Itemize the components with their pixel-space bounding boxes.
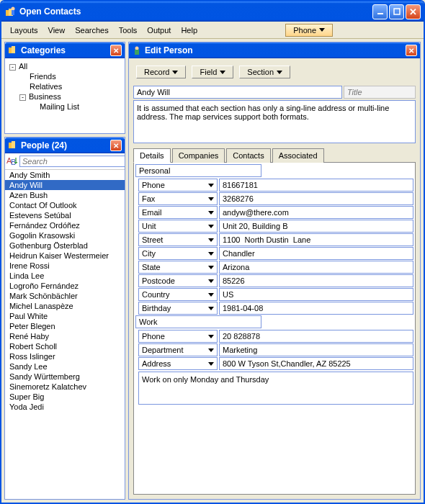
people-close-button[interactable]: ✕: [110, 140, 122, 151]
field-value[interactable]: [219, 302, 413, 315]
field-label[interactable]: Postcode: [138, 274, 218, 287]
field-label[interactable]: Street: [138, 233, 218, 246]
field-label[interactable]: Birthday: [138, 302, 218, 315]
chevron-down-icon[interactable]: [208, 335, 214, 338]
list-item[interactable]: Gothenburg Österblad: [5, 240, 125, 251]
field-label[interactable]: Department: [138, 343, 218, 356]
tree-node-mailing[interactable]: Mailing List: [9, 102, 120, 112]
field-value[interactable]: [219, 220, 413, 233]
tree-node-relatives[interactable]: Relatives: [9, 81, 120, 91]
collapse-icon[interactable]: -: [19, 94, 26, 101]
field-label[interactable]: Fax: [138, 192, 218, 205]
field-value[interactable]: [219, 343, 413, 356]
tree-node-business[interactable]: -Business: [9, 91, 120, 102]
chevron-down-icon[interactable]: [208, 279, 214, 283]
section-personal[interactable]: Personal: [135, 164, 261, 177]
list-item[interactable]: Linda Lee: [5, 271, 125, 281]
field-value[interactable]: [219, 357, 413, 370]
chevron-down-icon[interactable]: [208, 197, 214, 201]
tab-associated[interactable]: Associated: [272, 148, 324, 163]
field-label[interactable]: City: [138, 247, 218, 260]
list-item[interactable]: Sandy Lee: [5, 361, 125, 372]
list-item[interactable]: Yoda Jedi: [5, 402, 125, 412]
chevron-down-icon[interactable]: [208, 348, 214, 352]
search-input[interactable]: [19, 156, 125, 167]
menu-output[interactable]: Output: [143, 24, 175, 36]
list-item[interactable]: René Haby: [5, 331, 125, 341]
minimize-button[interactable]: [372, 4, 388, 19]
chevron-down-icon[interactable]: [208, 307, 214, 310]
phone-button[interactable]: Phone: [285, 24, 333, 37]
list-item[interactable]: Azen Bush: [5, 190, 125, 200]
menu-layouts[interactable]: Layouts: [6, 24, 42, 36]
field-value[interactable]: [219, 288, 413, 301]
categories-title: Categories: [21, 45, 110, 55]
chevron-down-icon[interactable]: [208, 184, 214, 187]
work-notes-input[interactable]: Work on only Monday and Thursday: [138, 372, 413, 405]
tree-node-friends[interactable]: Friends: [9, 71, 120, 81]
list-item[interactable]: Andy Will: [5, 180, 125, 190]
field-button[interactable]: Field: [192, 66, 233, 78]
tab-companies[interactable]: Companies: [172, 148, 225, 163]
list-item[interactable]: Heidrun Kaiser Westermeier: [5, 251, 125, 261]
field-label[interactable]: Country: [138, 288, 218, 301]
list-item[interactable]: Ross Islinger: [5, 351, 125, 361]
list-item[interactable]: Fernández Ordóñez: [5, 220, 125, 230]
tab-contacts[interactable]: Contacts: [226, 148, 270, 163]
field-value[interactable]: [219, 233, 413, 246]
field-label[interactable]: Phone: [138, 330, 218, 343]
field-value[interactable]: [219, 274, 413, 287]
tab-details[interactable]: Details: [133, 148, 171, 163]
list-item[interactable]: Super Big: [5, 392, 125, 402]
list-item[interactable]: Logroño Fernández: [5, 281, 125, 291]
list-item[interactable]: Gogolin Krasowski: [5, 230, 125, 240]
chevron-down-icon[interactable]: [208, 238, 214, 242]
title-input[interactable]: [344, 86, 416, 99]
categories-close-button[interactable]: ✕: [110, 45, 122, 56]
list-item[interactable]: Robert Scholl: [5, 341, 125, 351]
chevron-down-icon[interactable]: [208, 293, 214, 297]
menu-help[interactable]: Help: [176, 24, 202, 36]
people-list[interactable]: Andy SmithAndy WillAzen BushContact Of O…: [5, 170, 125, 499]
field-value[interactable]: [219, 247, 413, 260]
field-label[interactable]: State: [138, 261, 218, 274]
sort-icon[interactable]: AB: [6, 155, 18, 168]
maximize-button[interactable]: [389, 4, 404, 19]
field-label[interactable]: Email: [138, 206, 218, 219]
list-item[interactable]: Sinemoretz Kalatchev: [5, 382, 125, 392]
close-button[interactable]: ✕: [406, 4, 421, 19]
field-value[interactable]: [219, 192, 413, 205]
name-input[interactable]: [133, 86, 342, 99]
list-item[interactable]: Estevens Setúbal: [5, 210, 125, 220]
section-button[interactable]: Section: [239, 66, 290, 78]
tree-node-all[interactable]: -All: [9, 61, 120, 71]
list-item[interactable]: Andy Smith: [5, 170, 125, 180]
menu-view[interactable]: View: [44, 24, 70, 36]
chevron-down-icon[interactable]: [208, 266, 214, 269]
field-label[interactable]: Unit: [138, 220, 218, 233]
record-button[interactable]: Record: [136, 66, 186, 78]
list-item[interactable]: Michel Lanaspèze: [5, 301, 125, 311]
list-item[interactable]: Irene Rossi: [5, 261, 125, 271]
field-value[interactable]: [219, 206, 413, 219]
list-item[interactable]: Mark Schönbächler: [5, 291, 125, 301]
menu-searches[interactable]: Searches: [71, 24, 112, 36]
chevron-down-icon[interactable]: [208, 362, 214, 366]
list-item[interactable]: Paul White: [5, 311, 125, 321]
field-value[interactable]: [219, 261, 413, 274]
list-item[interactable]: Contact Of Outlook: [5, 200, 125, 210]
menu-tools[interactable]: Tools: [115, 24, 142, 36]
list-item[interactable]: Peter Blegen: [5, 321, 125, 331]
field-value[interactable]: [219, 330, 413, 343]
list-item[interactable]: Sandy Württemberg: [5, 372, 125, 382]
collapse-icon[interactable]: -: [9, 64, 16, 71]
field-label[interactable]: Phone: [138, 179, 218, 192]
notes-input[interactable]: It is assumed that each section has only…: [133, 100, 416, 143]
edit-close-button[interactable]: ✕: [406, 45, 417, 56]
chevron-down-icon[interactable]: [208, 252, 214, 256]
chevron-down-icon[interactable]: [208, 211, 214, 215]
section-work[interactable]: Work: [135, 315, 261, 328]
field-value[interactable]: [219, 179, 413, 192]
field-label[interactable]: Address: [138, 357, 218, 370]
chevron-down-icon[interactable]: [208, 225, 214, 228]
